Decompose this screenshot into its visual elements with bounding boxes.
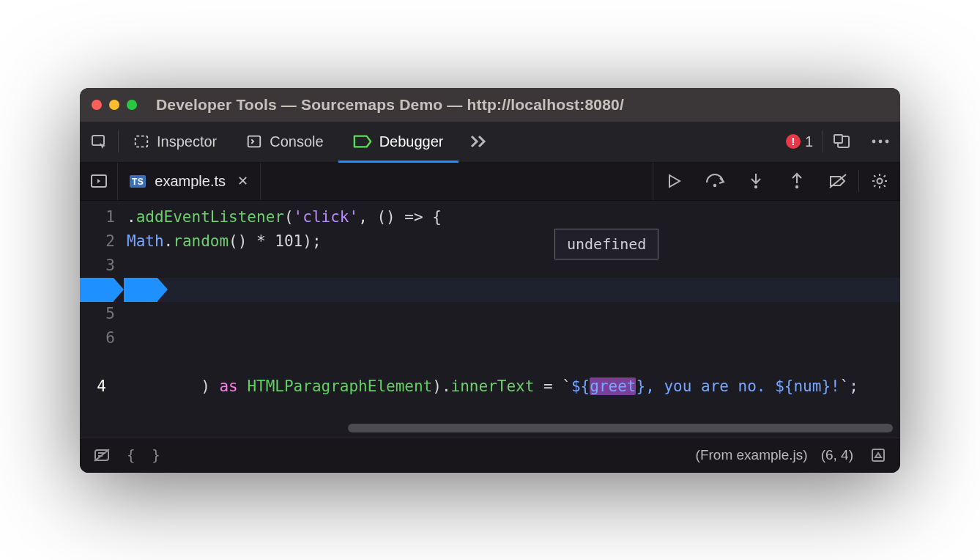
- code-editor[interactable]: 1 2 3 5 6 .addEventListener('click', () …: [80, 201, 900, 438]
- breakpoint-line-number: 4: [80, 375, 114, 399]
- source-from-label: (From example.js): [696, 447, 808, 463]
- more-tabs-button[interactable]: [459, 122, 498, 162]
- sourcemap-icon: [870, 447, 886, 463]
- step-in-icon: [748, 172, 764, 190]
- code-area[interactable]: .addEventListener('click', () => { Math.…: [124, 201, 900, 438]
- gutter-line[interactable]: 3: [80, 254, 124, 278]
- blackbox-icon: [93, 448, 111, 463]
- pick-element-icon: [90, 133, 108, 150]
- zoom-window-button[interactable]: [127, 100, 137, 110]
- blackbox-toggle-button[interactable]: [90, 443, 114, 467]
- step-over-icon: [705, 173, 725, 189]
- gutter-line[interactable]: 5: [80, 302, 124, 326]
- svg-point-5: [872, 140, 876, 144]
- pick-element-button[interactable]: [80, 122, 118, 162]
- kebab-menu-icon: [871, 138, 890, 145]
- gutter-line[interactable]: 6: [80, 326, 124, 350]
- devtools-toolbar: Inspector Console Debugger ! 1: [80, 122, 900, 163]
- debugger-controls: [653, 163, 900, 200]
- pretty-print-button[interactable]: { }: [127, 447, 160, 463]
- chevron-double-right-icon: [469, 133, 488, 150]
- code-line-breakpoint[interactable]: 4 ) as HTMLParagraphElement).innerText =…: [124, 278, 900, 302]
- panel-toggle-icon: [90, 173, 108, 189]
- console-icon: [246, 133, 262, 150]
- svg-point-9: [713, 184, 716, 187]
- gutter-line[interactable]: 2: [80, 229, 124, 254]
- close-window-button[interactable]: [92, 100, 102, 110]
- window-controls: [92, 100, 137, 110]
- gutter-line[interactable]: 1: [80, 205, 124, 229]
- file-tab-close-button[interactable]: ✕: [237, 173, 248, 189]
- dock-button[interactable]: [823, 122, 861, 162]
- error-count: 1: [805, 133, 813, 150]
- svg-point-10: [754, 185, 757, 188]
- svg-point-11: [795, 185, 798, 188]
- svg-rect-14: [872, 449, 884, 461]
- debugger-icon: [353, 133, 372, 150]
- tab-console[interactable]: Console: [231, 122, 338, 162]
- step-out-button[interactable]: [776, 163, 817, 200]
- file-bar: TS example.ts ✕: [80, 163, 900, 201]
- tab-debugger-label: Debugger: [379, 133, 444, 150]
- tab-inspector[interactable]: Inspector: [119, 122, 231, 162]
- step-in-button[interactable]: [735, 163, 776, 200]
- svg-point-12: [877, 179, 883, 184]
- error-counter[interactable]: ! 1: [777, 133, 822, 150]
- cursor-position: (6, 4): [821, 447, 853, 463]
- scrollbar-thumb[interactable]: [348, 424, 893, 432]
- step-out-icon: [789, 172, 805, 190]
- code-line[interactable]: [124, 254, 900, 278]
- titlebar: Developer Tools — Sourcemaps Demo — http…: [80, 88, 900, 122]
- dock-icon: [833, 133, 850, 150]
- breakpoints-off-icon: [828, 173, 847, 189]
- step-over-button[interactable]: [694, 163, 735, 200]
- minimize-window-button[interactable]: [109, 100, 119, 110]
- sourcemap-button[interactable]: [866, 443, 890, 467]
- horizontal-scrollbar[interactable]: [128, 423, 893, 433]
- devtools-window: Developer Tools — Sourcemaps Demo — http…: [80, 88, 900, 473]
- svg-rect-1: [136, 136, 148, 147]
- status-bar: { } (From example.js) (6, 4): [80, 438, 900, 473]
- typescript-badge-icon: TS: [130, 175, 146, 188]
- tab-debugger[interactable]: Debugger: [338, 122, 459, 162]
- tab-console-label: Console: [270, 133, 323, 150]
- error-icon: !: [786, 134, 801, 149]
- resume-button[interactable]: [653, 163, 694, 200]
- gear-icon: [871, 172, 888, 190]
- sources-toggle-button[interactable]: [80, 163, 118, 200]
- kebab-menu-button[interactable]: [861, 122, 900, 162]
- svg-point-7: [886, 140, 889, 144]
- tab-inspector-label: Inspector: [157, 133, 217, 150]
- gutter[interactable]: 1 2 3 5 6: [80, 201, 124, 438]
- window-title: Developer Tools — Sourcemaps Demo — http…: [156, 96, 624, 114]
- file-tab-label: example.ts: [155, 173, 226, 190]
- debugger-settings-button[interactable]: [859, 163, 900, 200]
- svg-point-6: [879, 140, 883, 144]
- code-line[interactable]: Math.random() * 101);: [124, 229, 900, 254]
- file-tab-example[interactable]: TS example.ts ✕: [118, 163, 261, 200]
- code-line[interactable]: .addEventListener('click', () => {: [124, 205, 900, 229]
- svg-rect-0: [92, 136, 104, 145]
- svg-rect-4: [834, 135, 842, 143]
- inspector-icon: [133, 133, 149, 150]
- play-icon: [667, 173, 681, 189]
- deactivate-breakpoints-button[interactable]: [817, 163, 858, 200]
